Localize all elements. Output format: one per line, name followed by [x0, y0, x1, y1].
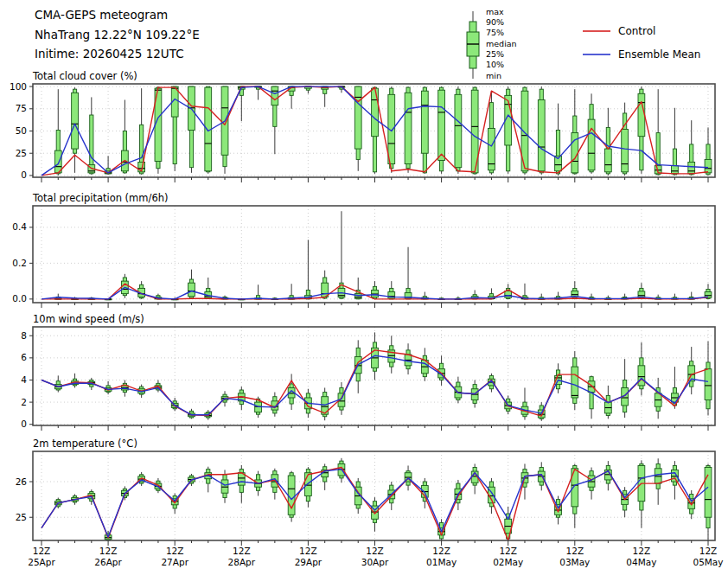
y-tick-label: 0.4 — [12, 221, 27, 232]
legend-label-25: 25% — [486, 49, 504, 59]
x-tick-time-label: 12Z — [566, 546, 584, 556]
panel-border — [33, 327, 715, 425]
box-25-75 — [705, 159, 712, 172]
y-tick-label: 26 — [16, 476, 28, 487]
panel-title: Total precipitation (mm/6h) — [32, 192, 168, 204]
x-tick-date-label: 25Apr — [28, 557, 55, 567]
y-tick-label: 0.2 — [12, 258, 27, 268]
meteogram-page: 0255075100Total cloud cover (%)0.00.20.4… — [0, 0, 728, 588]
box-25-75 — [505, 291, 512, 298]
box-25-75 — [271, 86, 278, 105]
box-25-75 — [421, 91, 428, 153]
x-tick-time-label: 12Z — [99, 546, 118, 556]
y-tick-label: 75 — [16, 103, 27, 113]
y-tick-label: 25 — [16, 148, 27, 158]
y-tick-label: 0.0 — [12, 293, 27, 304]
x-tick-date-label: 03May — [559, 557, 590, 567]
legend-label-median: median — [486, 39, 517, 48]
ensemble-label: Ensemble Mean — [618, 48, 700, 61]
x-tick-date-label: 01May — [426, 557, 457, 567]
x-tick-date-label: 27Apr — [161, 557, 188, 567]
box-25-75 — [705, 369, 712, 400]
x-tick-time-label: 12Z — [233, 546, 251, 556]
box-25-75 — [221, 480, 228, 493]
x-tick-time-label: 12Z — [432, 546, 450, 556]
station-location: NhaTrang 12.22°N 109.22°E — [35, 25, 200, 45]
panel-title: Total cloud cover (%) — [32, 70, 137, 82]
legend-label-10: 10% — [486, 60, 504, 69]
box-25-75 — [372, 88, 379, 137]
box-25-75 — [438, 90, 445, 160]
x-tick-date-label: 28Apr — [228, 557, 256, 567]
x-tick-time-label: 12Z — [33, 546, 51, 556]
x-tick-date-label: 29Apr — [295, 557, 322, 567]
panel-precip: 0.00.20.4Total precipitation (mm/6h) — [12, 192, 715, 308]
box-25-75 — [588, 119, 595, 170]
boxplot-legend-icon: max 90% 75% median 25% 10% min — [450, 5, 571, 85]
x-tick-date-label: 05May — [693, 557, 723, 567]
x-tick-date-label: 30Apr — [361, 557, 389, 567]
box-25-75 — [604, 149, 611, 172]
x-tick-date-label: 26Apr — [94, 557, 122, 567]
x-tick-time-label: 12Z — [499, 546, 517, 556]
line-legend-icon: Control Ensemble Mean — [571, 19, 728, 64]
y-tick-label: 4 — [21, 374, 27, 385]
x-tick-date-label: 04May — [626, 557, 656, 567]
chart-title: CMA-GEPS meteogram — [35, 5, 200, 25]
control-label: Control — [618, 25, 655, 37]
y-tick-label: 100 — [10, 81, 27, 92]
box-25-75 — [188, 283, 195, 297]
boxplot-legend: max 90% 75% median 25% 10% min — [450, 5, 571, 88]
x-tick-time-label: 12Z — [366, 546, 384, 556]
x-tick-time-label: 12Z — [299, 546, 317, 556]
x-tick-time-label: 12Z — [166, 546, 184, 556]
y-tick-label: 25 — [16, 512, 27, 522]
box-25-75 — [305, 473, 312, 496]
y-tick-label: 0 — [21, 419, 27, 429]
meteogram-chart: 0255075100Total cloud cover (%)0.00.20.4… — [0, 0, 728, 588]
x-tick-time-label: 12Z — [699, 546, 718, 556]
y-tick-label: 6 — [21, 352, 27, 362]
panel-title: 2m temperature (°C) — [33, 438, 137, 450]
panel-cloud: 0255075100Total cloud cover (%) — [10, 70, 715, 182]
box-25-75 — [638, 366, 645, 386]
y-tick-label: 8 — [21, 330, 27, 341]
box-25-75 — [622, 129, 629, 171]
box-25-75 — [72, 93, 79, 149]
init-time: Initime: 20260425 12UTC — [35, 44, 200, 64]
box-25-75 — [538, 100, 545, 171]
box-25-75 — [354, 294, 361, 299]
x-tick-time-label: 12Z — [633, 546, 651, 556]
panel-border — [33, 451, 715, 540]
y-tick-label: 0 — [21, 169, 27, 180]
x-tick-date-label: 02May — [493, 557, 523, 567]
y-tick-label: 50 — [16, 125, 27, 136]
box-25-75 — [455, 94, 462, 167]
y-tick-label: 2 — [21, 397, 27, 407]
box-25-75 — [638, 93, 645, 136]
legend-label-min: min — [486, 71, 501, 80]
panel-title: 10m wind speed (m/s) — [33, 313, 144, 325]
box-25-75 — [572, 367, 578, 398]
panel-temp: 25262m temperature (°C) — [16, 438, 715, 546]
box-25-75 — [354, 86, 361, 149]
box-25-75 — [672, 166, 679, 174]
legend-label-max: max — [486, 7, 504, 16]
box-25-75 — [405, 93, 412, 163]
header: CMA-GEPS meteogram NhaTrang 12.22°N 109.… — [35, 5, 200, 64]
legend-label-75: 75% — [486, 28, 504, 37]
legend-label-90: 90% — [486, 17, 504, 27]
line-legend: Control Ensemble Mean — [571, 19, 728, 67]
box-25-75 — [688, 163, 695, 174]
panel-wind: 0246810m wind speed (m/s) — [21, 313, 715, 431]
